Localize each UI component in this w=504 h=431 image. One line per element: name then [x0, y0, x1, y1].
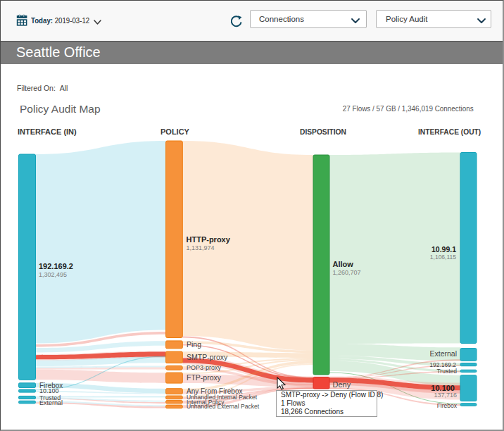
svg-text:HTTP-proxy: HTTP-proxy: [187, 235, 231, 244]
svg-text:Deny: Deny: [333, 380, 351, 389]
svg-text:137,716: 137,716: [434, 392, 457, 399]
svg-text:10.100: 10.100: [39, 387, 59, 394]
svg-text:Ping: Ping: [187, 340, 201, 349]
svg-text:SMTP-proxy: SMTP-proxy: [187, 353, 228, 361]
svg-text:Unhandled External Packet: Unhandled External Packet: [187, 403, 260, 410]
svg-text:Allow: Allow: [333, 260, 354, 268]
svg-text:External: External: [39, 399, 63, 406]
svg-text:External: External: [429, 349, 457, 358]
svg-text:1,131,974: 1,131,974: [187, 244, 215, 251]
svg-text:Trusted: Trusted: [436, 368, 457, 375]
svg-text:FTP-proxy: FTP-proxy: [187, 373, 222, 382]
svg-text:1,302,495: 1,302,495: [39, 271, 67, 278]
svg-text:1,260,707: 1,260,707: [333, 269, 361, 276]
svg-text:Firebox: Firebox: [437, 402, 458, 409]
svg-text:1,106,115: 1,106,115: [430, 254, 456, 261]
svg-text:POP3-proxy: POP3-proxy: [187, 364, 222, 371]
svg-text:10.99.1: 10.99.1: [431, 245, 456, 254]
svg-text:192.169.2: 192.169.2: [39, 262, 73, 270]
